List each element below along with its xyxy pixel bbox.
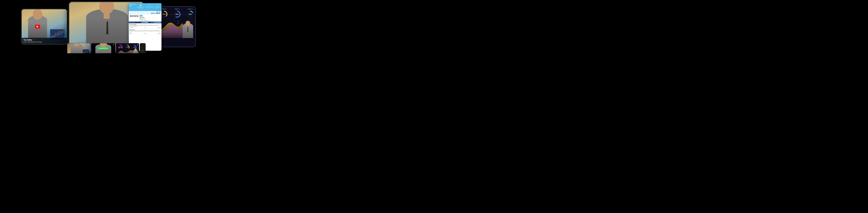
video-info-bar: Tim Miller CEO, Worldwide New App — [22, 38, 67, 44]
filmstrip-add-button[interactable]: + — [140, 43, 146, 53]
step-2-label: STEP 2 — [161, 8, 166, 10]
step-3-donut: 58% — [173, 10, 181, 18]
client-info: Director of Marketing ITExperts, Inc. 12… — [140, 18, 160, 21]
filmstrip-thumb-1[interactable]: Tim Miller CEO, Worldwide New App 1 — [67, 43, 90, 53]
step-4-item: STEP 4 18% — [186, 8, 194, 18]
invoice-item-2: Support Plan Membership can be used on o… — [129, 29, 161, 34]
filmstrip-thumb-3[interactable]: STEP 1 82% STEP 2 37% — [116, 43, 139, 53]
invoice-number: Invoice No. - #IBV4 — [155, 10, 160, 10]
step-3-label: STEP 3 — [175, 8, 180, 10]
invoice-to-label: TO — [140, 15, 142, 17]
step-3-item: STEP 3 58% — [173, 8, 181, 18]
filmstrip: Tim Miller CEO, Worldwide New App 1 TRAN… — [67, 43, 146, 53]
transition-label: TRANSITION — [97, 47, 109, 49]
main-scene: Tim Miller CEO, Worldwide New App — [0, 0, 217, 53]
youtube-play-button[interactable] — [35, 25, 40, 29]
center-tablet: 3600 W. Jackson Road Seller ✉ yourMail@g… — [68, 1, 144, 52]
left-tablet: Tim Miller CEO, Worldwide New App — [21, 9, 67, 45]
filmstrip-thumb-2[interactable]: TRANSITION CUT 2 — [91, 43, 115, 53]
invoice-header: 3600 W. Jackson Road Seller ✉ yourMail@g… — [129, 3, 161, 9]
plus-icon: + — [142, 49, 144, 53]
step-2-percent: 37% — [162, 13, 166, 15]
step-4-donut: 18% — [186, 10, 194, 18]
total-amount: US $ 1 458.87 — [151, 12, 160, 14]
invoice-table-header: Item Description Unit Price Quantity Tot… — [129, 22, 161, 23]
step-4-percent: 18% — [188, 13, 192, 15]
step-3-percent: 58% — [176, 13, 179, 15]
person-title: CEO, Worldwide New App — [24, 41, 65, 43]
person-name: Tim Miller — [24, 39, 65, 41]
invoice-item-1: HP - 15.6" Laptop Take the interactive w… — [129, 23, 161, 29]
analytics-person — [182, 20, 194, 38]
step-4-label: STEP 4 — [188, 8, 193, 10]
invoice-title: INVOICE — [130, 15, 138, 17]
